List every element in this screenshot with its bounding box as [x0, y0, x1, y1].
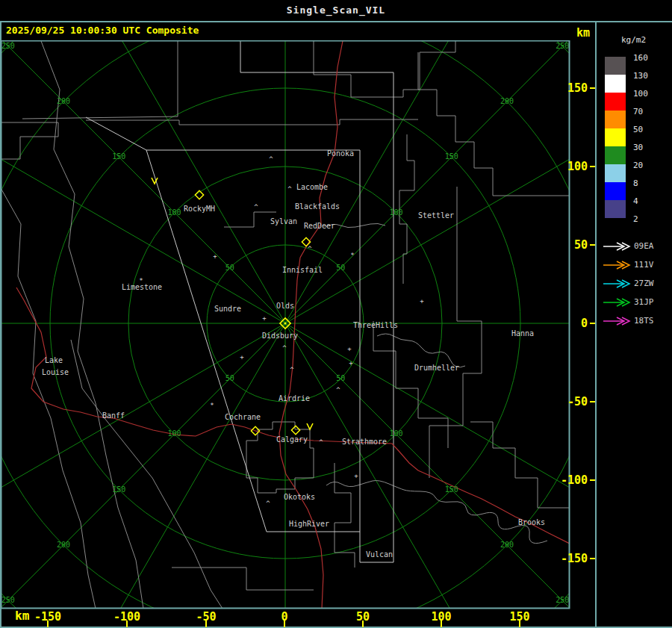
city-label-rockymh: RockyMH: [184, 205, 215, 213]
window-title: Single_Scan_VIL: [287, 4, 385, 16]
range-ring-label: 150: [112, 485, 125, 494]
scale-swatch-4: [605, 200, 626, 218]
county-boundary-line: [86, 119, 418, 125]
range-ring-label: 200: [57, 97, 70, 105]
town-marker: *: [139, 277, 143, 285]
right-axis-tick-label: 150: [546, 81, 588, 95]
city-label-strathmore: Strathmore: [342, 438, 387, 446]
city-label-innisfail: Innisfail: [282, 266, 323, 274]
park-boundary-line: [41, 41, 143, 609]
scale-threshold-label: 50: [633, 125, 663, 134]
range-ring-label: 50: [336, 264, 345, 272]
city-label-blackfalds: Blackfalds: [295, 202, 340, 211]
city-label-calgary: Calgary: [276, 435, 308, 444]
town-marker: ^: [336, 386, 340, 394]
town-marker: ^: [290, 366, 294, 373]
city-label-highriver: HighRiver: [289, 520, 329, 528]
scale-threshold-label: 30: [633, 143, 663, 152]
range-ring-label: 150: [112, 152, 125, 161]
bottom-axis-tick-mark: [47, 621, 49, 627]
radar-arrow-111V: [603, 261, 629, 269]
storm-motion-arrow-marker: [307, 423, 313, 429]
radar-arrow-27ZW: [603, 280, 629, 287]
county-boundary-line: [0, 122, 58, 159]
bottom-axis-tick-mark: [284, 621, 285, 627]
right-axis-tick-label: 100: [546, 160, 588, 173]
radar-arrow-31JP: [603, 299, 629, 306]
radar-id-label-31JP: 31JP: [634, 297, 667, 307]
range-ring-label: 150: [445, 152, 458, 161]
scale-swatch-20: [605, 164, 626, 182]
scale-threshold-label: 4: [633, 196, 663, 206]
city-label-lake: Lake: [45, 356, 63, 364]
radar-id-label-18TS: 18TS: [634, 316, 667, 326]
radial-line-60deg: [285, 40, 489, 323]
right-axis-tick-label: -150: [546, 552, 588, 565]
city-label-sylvan: Sylvan: [270, 217, 297, 226]
town-marker: ^: [319, 438, 323, 446]
city-label-airdrie: Airdrie: [279, 394, 310, 402]
river-line: [326, 481, 547, 544]
radar-map-canvas[interactable]: 5050505010010010010015015015015020020020…: [0, 40, 570, 609]
right-axis-tick-label: -100: [546, 473, 588, 487]
town-marker: *: [350, 252, 354, 259]
range-ring-label: 50: [225, 374, 234, 382]
bottom-axis-tick-mark: [205, 621, 207, 627]
scan-sector-outline: [86, 117, 146, 150]
right-axis-tick-mark: [590, 401, 595, 402]
right-axis-unit-label: km: [566, 26, 590, 40]
window-title-bar[interactable]: Single_Scan_VIL: [0, 0, 672, 22]
range-ring-label: 100: [167, 429, 181, 438]
park-boundary-line: [0, 187, 96, 609]
range-ring-label: 150: [445, 485, 458, 494]
scale-swatch-100: [605, 93, 626, 111]
radar-arrow-09EA: [603, 243, 629, 250]
scale-swatch-70: [605, 111, 626, 128]
county-boundary-line: [172, 568, 314, 590]
town-marker: +: [354, 472, 358, 479]
scale-threshold-label: 100: [633, 89, 663, 99]
bottom-axis-tick-mark: [441, 621, 442, 627]
scale-threshold-label: 130: [633, 71, 663, 81]
range-ring-label: 100: [389, 208, 402, 217]
bottom-axis-tick-mark: [362, 621, 364, 627]
range-ring-label: 250: [1, 42, 15, 50]
city-label-olds: Olds: [276, 302, 294, 310]
right-axis-tick-label: 0: [546, 317, 588, 330]
county-boundary-line: [314, 41, 455, 97]
scale-threshold-label: 160: [633, 53, 663, 63]
town-marker: ^: [254, 203, 258, 211]
range-ring-label: 250: [556, 596, 569, 604]
range-ring-label: 100: [389, 429, 402, 438]
town-marker: ^: [266, 500, 270, 507]
radial-line-240deg: [82, 323, 286, 609]
city-label-brooks: Brooks: [518, 518, 545, 526]
scale-threshold-label: 70: [633, 107, 663, 116]
city-label-vulcan: Vulcan: [366, 550, 393, 559]
city-label-lacombe: Lacombe: [296, 183, 328, 191]
radar-id-label-27ZW: 27ZW: [634, 279, 667, 288]
bottom-axis-tick-mark: [519, 621, 520, 627]
town-marker: *: [210, 402, 214, 409]
range-ring-label: 50: [225, 264, 234, 272]
range-ring-label: 50: [336, 374, 345, 382]
scale-threshold-label: 2: [633, 214, 663, 224]
park-boundary-line: [71, 340, 223, 609]
range-ring-label: 200: [500, 97, 514, 105]
bottom-axis-tick-mark: [126, 621, 128, 627]
scale-swatch-130: [605, 75, 626, 93]
county-boundary-line: [22, 116, 178, 119]
radar-center-dot: [284, 323, 287, 325]
river-line: [377, 334, 465, 367]
right-axis-tick-mark: [590, 244, 595, 246]
range-ring-label: 250: [1, 596, 15, 604]
scale-swatch-50: [605, 128, 626, 146]
city-label-threehills: ThreeHills: [353, 321, 398, 329]
right-axis-tick-mark: [590, 166, 595, 167]
town-marker: +: [349, 359, 353, 367]
right-axis-tick-label: 50: [546, 238, 588, 252]
county-boundary-line: [429, 187, 482, 478]
right-axis-tick-label: -50: [546, 395, 588, 408]
town-marker: ^: [282, 344, 287, 352]
right-axis-tick-mark: [590, 479, 595, 481]
